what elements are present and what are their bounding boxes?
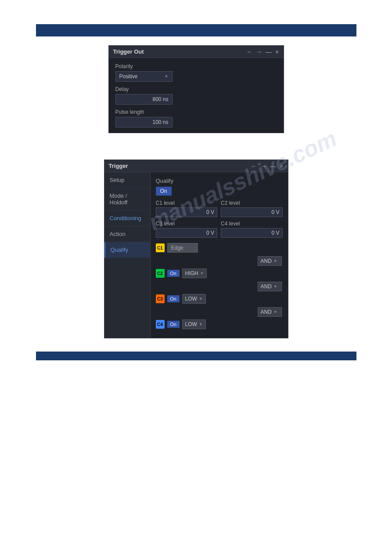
- trigger-panel-inner: Setup Mode / Holdoff Conditioning Action…: [104, 172, 288, 338]
- trigger-out-controls: ← → — ×: [246, 49, 279, 55]
- trigger-panel-area: Trigger ← → — × Setup Mode / Holdoff Con…: [0, 160, 392, 338]
- and-chevron-2: ▼: [273, 284, 277, 289]
- c4-dropdown-chevron: ▼: [199, 322, 203, 326]
- trigger-title: Trigger: [109, 163, 128, 169]
- and-dropdown-2[interactable]: AND ▼: [258, 282, 282, 291]
- trigger-minimize-btn[interactable]: —: [270, 163, 276, 169]
- and-row-1: AND ▼: [156, 256, 283, 266]
- trigger-close-btn[interactable]: ×: [280, 163, 283, 169]
- c2-badge: C2: [156, 269, 165, 278]
- and-label-3: AND: [261, 309, 272, 315]
- channel-row-c2: C2 On HIGH ▼: [156, 268, 283, 278]
- c2-level-input[interactable]: 0 V: [221, 207, 283, 217]
- c3-level-label: C3 level: [156, 221, 218, 227]
- qualify-label: Qualify: [156, 178, 283, 184]
- c3-badge: C3: [156, 294, 165, 303]
- sidebar-item-qualify[interactable]: Qualify: [104, 242, 150, 258]
- c1-level-label: C1 level: [156, 200, 218, 206]
- and-dropdown-3[interactable]: AND ▼: [258, 307, 282, 317]
- c2-level-label: C2 level: [221, 200, 283, 206]
- channel-row-c1: C1 Edge: [156, 243, 283, 253]
- sidebar-item-setup[interactable]: Setup: [104, 172, 150, 188]
- c1-badge: C1: [156, 243, 165, 252]
- polarity-value: Positive: [119, 73, 138, 80]
- sidebar-item-action[interactable]: Action: [104, 226, 150, 242]
- c2-dropdown-chevron: ▼: [200, 271, 204, 276]
- sidebar-item-conditioning[interactable]: Conditioning: [104, 210, 150, 226]
- polarity-chevron: ▼: [165, 74, 169, 79]
- c3-dropdown[interactable]: LOW ▼: [182, 294, 206, 304]
- trigger-titlebar: Trigger ← → — ×: [104, 160, 288, 172]
- and-label-2: AND: [261, 283, 272, 290]
- trigger-out-close-btn[interactable]: ×: [275, 49, 279, 55]
- delay-label: Delay: [115, 86, 277, 92]
- bottom-bar: [36, 352, 356, 360]
- trigger-out-forward-btn[interactable]: →: [256, 49, 262, 55]
- trigger-main-content: Qualify On C1 level 0 V C2 level 0 V: [151, 172, 288, 338]
- and-label-1: AND: [261, 258, 272, 264]
- c1-level-input[interactable]: 0 V: [156, 207, 218, 217]
- and-chevron-3: ▼: [273, 310, 277, 314]
- trigger-out-title: Trigger Out: [113, 48, 144, 55]
- c2-on-button[interactable]: On: [167, 270, 180, 277]
- c4-level-input[interactable]: 0 V: [221, 228, 283, 238]
- trigger-back-btn[interactable]: ←: [251, 163, 257, 169]
- trigger-out-panel: Trigger Out ← → — × Polarity Positive ▼ …: [108, 45, 284, 133]
- c2-level-group: C2 level 0 V: [221, 200, 283, 217]
- pulse-length-label: Pulse length: [115, 109, 277, 115]
- trigger-controls: ← → — ×: [251, 163, 283, 169]
- c4-level-group: C4 level 0 V: [221, 221, 283, 238]
- c2-dropdown-value: HIGH: [185, 270, 198, 276]
- c3-dropdown-value: LOW: [185, 296, 197, 302]
- polarity-dropdown[interactable]: Positive ▼: [115, 71, 173, 82]
- c4-dropdown[interactable]: LOW ▼: [182, 319, 206, 329]
- channel-rows: C1 Edge AND ▼ C2 On: [156, 243, 283, 329]
- channel-row-c4: C4 On LOW ▼: [156, 319, 283, 329]
- qualify-section: Qualify On: [156, 178, 283, 196]
- and-chevron-1: ▼: [273, 259, 277, 263]
- trigger-sidebar: Setup Mode / Holdoff Conditioning Action…: [104, 172, 151, 338]
- c4-level-label: C4 level: [221, 221, 283, 227]
- top-bar: [36, 24, 356, 36]
- levels-grid: C1 level 0 V C2 level 0 V C3 level: [156, 200, 283, 238]
- c4-dropdown-value: LOW: [185, 321, 197, 327]
- and-row-3: AND ▼: [156, 307, 283, 317]
- trigger-out-minimize-btn[interactable]: —: [266, 49, 272, 55]
- c3-dropdown-chevron: ▼: [199, 297, 203, 301]
- c4-badge: C4: [156, 320, 165, 329]
- trigger-forward-btn[interactable]: →: [260, 163, 266, 169]
- trigger-out-panel-area: Trigger Out ← → — × Polarity Positive ▼ …: [0, 45, 392, 133]
- trigger-out-body: Polarity Positive ▼ Delay 800 ns Pulse l…: [109, 58, 284, 133]
- trigger-panel: Trigger ← → — × Setup Mode / Holdoff Con…: [104, 160, 288, 338]
- c4-on-button[interactable]: On: [167, 321, 180, 328]
- pulse-length-input[interactable]: 100 ns: [115, 117, 173, 127]
- c3-level-input[interactable]: 0 V: [156, 228, 218, 238]
- c3-on-button[interactable]: On: [167, 295, 180, 302]
- polarity-label: Polarity: [115, 63, 277, 69]
- and-row-2: AND ▼: [156, 282, 283, 291]
- qualify-on-button[interactable]: On: [156, 187, 172, 196]
- c1-level-group: C1 level 0 V: [156, 200, 218, 217]
- trigger-out-back-btn[interactable]: ←: [246, 49, 252, 55]
- c1-edge-input[interactable]: Edge: [167, 243, 198, 253]
- c3-level-group: C3 level 0 V: [156, 221, 218, 238]
- c2-dropdown[interactable]: HIGH ▼: [182, 268, 207, 278]
- channel-row-c3: C3 On LOW ▼: [156, 294, 283, 304]
- and-dropdown-1[interactable]: AND ▼: [258, 256, 282, 266]
- trigger-out-titlebar: Trigger Out ← → — ×: [109, 46, 284, 58]
- delay-input[interactable]: 800 ns: [115, 94, 173, 105]
- sidebar-item-mode-holdoff[interactable]: Mode / Holdoff: [104, 188, 150, 210]
